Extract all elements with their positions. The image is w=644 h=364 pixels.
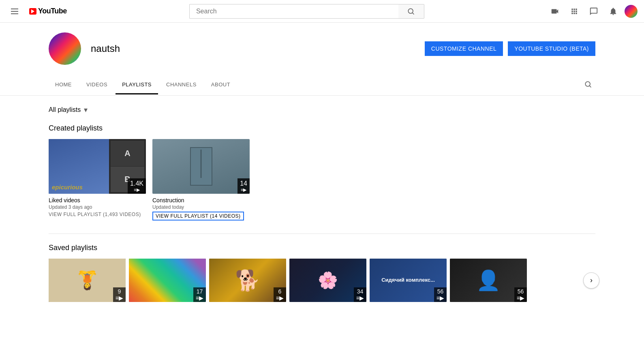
woman-count: 34 ≡▶ xyxy=(354,287,366,302)
bell-icon xyxy=(609,7,618,16)
playlist-info-liked: Liked videos Updated 3 days ago VIEW FUL… xyxy=(49,194,146,221)
construction-count-overlay: 14 ≡▶ xyxy=(237,178,250,194)
created-playlists-row: epicurious A B 1.4K ≡▶ Liked videos Upda… xyxy=(49,139,595,224)
saved-playlist-yoga[interactable]: 🧘 9 ≡▶ xyxy=(49,259,126,302)
dog-queue-icon: ≡▶ xyxy=(276,295,284,301)
header: YouTube xyxy=(0,0,644,23)
next-arrow-button[interactable]: › xyxy=(583,272,599,289)
messages-button[interactable] xyxy=(586,3,602,19)
notifications-button[interactable] xyxy=(605,3,621,19)
channel-header: nautsh CUSTOMIZE CHANNEL YOUTUBE STUDIO … xyxy=(0,23,644,75)
liked-count-overlay: 1.4K ≡▶ xyxy=(128,178,146,194)
text-queue-icon: ≡▶ xyxy=(436,295,444,301)
art-queue-icon: ≡▶ xyxy=(196,295,203,301)
queue-icon-2: ≡▶ xyxy=(241,187,246,193)
yt-play-icon xyxy=(31,9,34,13)
content-area: All playlists ▾ Created playlists epicur… xyxy=(0,96,644,312)
search-icon xyxy=(407,7,415,15)
search-input[interactable] xyxy=(189,4,398,19)
svg-point-0 xyxy=(409,9,413,13)
search-button[interactable] xyxy=(398,4,424,19)
playlist-card-construction[interactable]: 14 ≡▶ Construction Updated today VIEW FU… xyxy=(152,139,250,224)
tab-about[interactable]: ABOUT xyxy=(205,76,237,94)
text-card-content: Сидячий комплекс... xyxy=(381,277,435,284)
yoga-queue-icon: ≡▶ xyxy=(116,295,123,301)
art-count: 17 ≡▶ xyxy=(193,287,206,302)
dog-count: 6 ≡▶ xyxy=(274,287,286,302)
view-full-playlist-liked[interactable]: VIEW FULL PLAYLIST (1,493 VIDEOS) xyxy=(49,212,141,217)
search-area xyxy=(67,4,547,19)
customize-channel-button[interactable]: CUSTOMIZE CHANNEL xyxy=(425,41,503,56)
tab-channels[interactable]: CHANNELS xyxy=(160,76,203,94)
created-section-title: Created playlists xyxy=(49,124,595,133)
svg-line-1 xyxy=(413,13,414,14)
yt-logo-badge xyxy=(29,8,36,15)
yoga-count: 9 ≡▶ xyxy=(113,287,126,302)
playlist-updated-liked: Updated 3 days ago xyxy=(49,204,146,210)
text-count: 56 ≡▶ xyxy=(434,287,447,302)
messages-icon xyxy=(589,7,598,16)
svg-line-3 xyxy=(590,86,591,88)
saved-thumb-dog: 🐕 6 ≡▶ xyxy=(209,259,286,302)
saved-section-title: Saved playlists xyxy=(49,244,595,252)
saved-thumb-woman: 🌸 34 ≡▶ xyxy=(289,259,366,302)
playlist-thumb-construction: 14 ≡▶ xyxy=(152,139,250,194)
queue-icon: ≡▶ xyxy=(134,187,139,193)
svg-point-2 xyxy=(585,81,590,86)
menu-button[interactable] xyxy=(6,3,23,19)
playlist-name-construction: Construction xyxy=(152,197,250,203)
channel-actions: CUSTOMIZE CHANNEL YOUTUBE STUDIO (BETA) xyxy=(425,41,595,56)
saved-thumb-person: 👤 56 ≡▶ xyxy=(450,259,527,302)
all-playlists-filter[interactable]: All playlists ▾ xyxy=(49,105,595,114)
person-queue-icon: ≡▶ xyxy=(517,295,524,301)
channel-name: nautsh xyxy=(91,43,120,54)
saved-playlist-text[interactable]: Сидячий комплекс... 56 ≡▶ xyxy=(370,259,447,302)
chevron-down-icon: ▾ xyxy=(84,105,88,114)
tab-playlists[interactable]: PLAYLISTS xyxy=(116,76,158,94)
saved-playlist-art[interactable]: 17 ≡▶ xyxy=(129,259,206,302)
tab-videos[interactable]: VIDEOS xyxy=(80,76,114,94)
hamburger-icon xyxy=(11,9,18,14)
youtube-wordmark: YouTube xyxy=(38,7,67,15)
apps-icon xyxy=(570,7,578,15)
channel-nav: HOME VIDEOS PLAYLISTS CHANNELS ABOUT xyxy=(0,75,644,96)
user-avatar[interactable] xyxy=(625,5,638,18)
saved-playlist-woman[interactable]: 🌸 34 ≡▶ xyxy=(289,259,366,302)
tab-home[interactable]: HOME xyxy=(49,76,78,94)
youtube-logo[interactable]: YouTube xyxy=(29,7,67,15)
channel-avatar xyxy=(49,32,81,65)
view-full-playlist-construction[interactable]: VIEW FULL PLAYLIST (14 VIDEOS) xyxy=(152,212,244,221)
saved-playlists-row: 🧘 9 ≡▶ xyxy=(49,259,595,302)
header-left: YouTube xyxy=(6,3,67,19)
saved-thumb-text: Сидячий комплекс... 56 ≡▶ xyxy=(370,259,447,302)
create-button[interactable] xyxy=(547,3,563,19)
nav-search-icon[interactable] xyxy=(581,75,595,95)
woman-queue-icon: ≡▶ xyxy=(356,295,364,301)
chevron-right-icon: › xyxy=(590,276,593,285)
playlist-card-liked[interactable]: epicurious A B 1.4K ≡▶ Liked videos Upda… xyxy=(49,139,146,224)
saved-playlists-container: 🧘 9 ≡▶ xyxy=(49,259,595,302)
saved-thumb-yoga: 🧘 9 ≡▶ xyxy=(49,259,126,302)
header-right xyxy=(547,3,638,19)
person-count: 56 ≡▶ xyxy=(514,287,527,302)
apps-button[interactable] xyxy=(566,3,582,19)
playlist-name-liked: Liked videos xyxy=(49,197,146,203)
create-icon xyxy=(550,7,559,16)
search-form xyxy=(189,4,424,19)
playlist-updated-construction: Updated today xyxy=(152,204,250,210)
saved-playlist-dog[interactable]: 🐕 6 ≡▶ xyxy=(209,259,286,302)
playlist-thumb-liked: epicurious A B 1.4K ≡▶ xyxy=(49,139,146,194)
playlist-info-construction: Construction Updated today VIEW FULL PLA… xyxy=(152,194,250,224)
saved-playlist-person[interactable]: 👤 56 ≡▶ xyxy=(450,259,527,302)
youtube-studio-button[interactable]: YOUTUBE STUDIO (BETA) xyxy=(508,41,595,56)
section-divider xyxy=(49,233,595,234)
filter-label: All playlists xyxy=(49,106,81,113)
saved-thumb-art: 17 ≡▶ xyxy=(129,259,206,302)
